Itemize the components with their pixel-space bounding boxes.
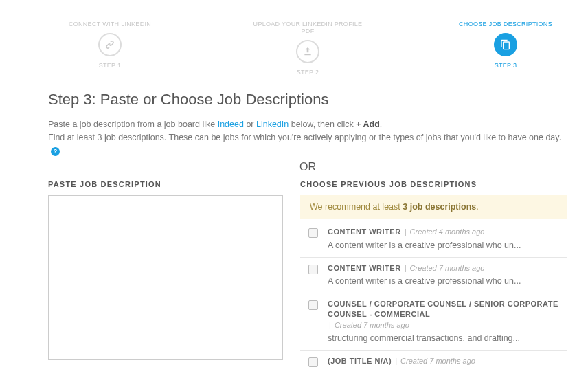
job-item[interactable]: COUNSEL / CORPORATE COUNSEL / SENIOR COR… [300,293,567,351]
step-1[interactable]: CONNECT WITH LINKEDIN STEP 1 [48,21,172,76]
linkedin-link[interactable]: LinkedIn [256,120,289,129]
instr-bold: + Add [356,120,380,129]
reco-bold: 3 job descriptions [403,202,476,212]
job-checkbox[interactable] [308,357,318,367]
job-snippet: A content writer is a creative professio… [328,241,567,250]
instr-text: . [380,120,382,129]
separator: | [329,321,331,329]
choose-heading: CHOOSE PREVIOUS JOB DESCRIPTIONS [300,180,567,188]
step-title: UPLOAD YOUR LINKEDIN PROFILE PDF [246,21,370,34]
instr-text: or [244,120,256,129]
upload-icon [296,40,319,63]
paste-heading: PASTE JOB DESCRIPTION [48,180,283,188]
step-sub: STEP 2 [297,69,319,76]
job-created: Created 7 months ago [410,264,485,272]
job-created: Created 4 months ago [410,227,485,236]
indeed-link[interactable]: Indeed [218,120,244,129]
step-sub: STEP 1 [99,62,122,69]
instr-text: below, then click [289,120,356,129]
job-created: Created 7 months ago [400,357,475,365]
page-title: Step 3: Paste or Choose Job Descriptions [48,91,567,109]
step-3[interactable]: CHOOSE JOB DESCRIPTIONS STEP 3 [444,21,567,76]
job-title: (JOB TITLE N/A) [328,357,392,365]
job-list: CONTENT WRITER | Created 4 months ago A … [300,221,567,367]
job-created: Created 7 months ago [335,321,409,329]
step-title: CHOOSE JOB DESCRIPTIONS [459,21,552,27]
instr-text: Find at least 3 job descriptions. These … [48,133,561,142]
separator: | [395,357,397,365]
job-checkbox[interactable] [308,265,318,274]
help-icon[interactable]: ? [51,147,60,156]
job-title: CONTENT WRITER [328,264,401,272]
job-checkbox[interactable] [308,228,318,238]
step-2[interactable]: UPLOAD YOUR LINKEDIN PROFILE PDF STEP 2 [246,21,370,76]
copy-icon [494,33,517,56]
link-icon [98,33,122,56]
step-title: CONNECT WITH LINKEDIN [69,21,151,27]
reco-pre: We recommend at least [310,202,403,212]
instructions: Paste a job description from a job board… [48,118,567,157]
job-item[interactable]: CONTENT WRITER | Created 4 months ago A … [300,221,567,257]
step-sub: STEP 3 [495,62,517,69]
stepper: CONNECT WITH LINKEDIN STEP 1 UPLOAD YOUR… [48,21,567,76]
reco-post: . [476,202,478,212]
job-snippet: structuring commercial transactions, and… [328,333,567,343]
separator: | [405,264,407,272]
job-description-input[interactable] [48,195,283,360]
job-item[interactable]: (JOB TITLE N/A) | Created 7 months ago J… [300,351,567,367]
job-title: CONTENT WRITER [328,227,401,236]
or-separator: OR [48,161,567,173]
job-title: COUNSEL / CORPORATE COUNSEL / SENIOR COR… [328,300,558,318]
job-snippet: A content writer is a creative professio… [328,276,567,286]
job-checkbox[interactable] [308,300,318,310]
instr-text: Paste a job description from a job board… [48,120,218,129]
recommendation-banner: We recommend at least 3 job descriptions… [300,195,567,219]
job-item[interactable]: CONTENT WRITER | Created 7 months ago A … [300,258,567,293]
separator: | [405,227,407,236]
